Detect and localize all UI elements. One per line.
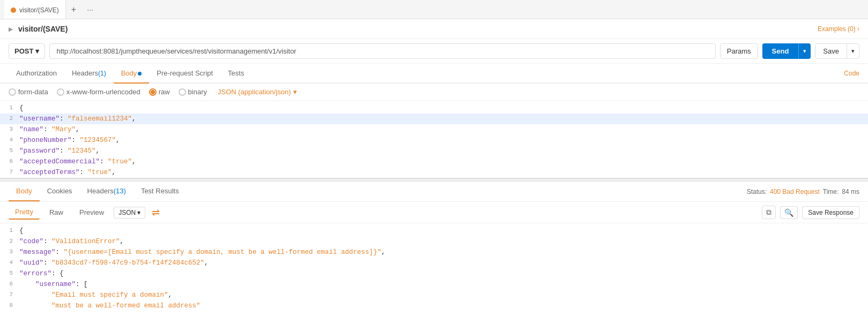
body-dot [138, 72, 142, 76]
resp-tab-testresults[interactable]: Test Results [133, 182, 187, 201]
preview-button[interactable]: Preview [73, 206, 110, 219]
raw-button[interactable]: Raw [43, 206, 70, 219]
body-options: form-data x-www-form-urlencoded raw bina… [0, 84, 868, 101]
raw-option[interactable]: raw [149, 88, 170, 96]
response-actions: ⧉ 🔍 Save Response [762, 206, 859, 219]
add-tab-button[interactable]: + [66, 5, 81, 14]
request-tab[interactable]: visitor/(SAVE) [4, 0, 66, 19]
time-value: 84 ms [842, 188, 859, 195]
binary-option[interactable]: binary [179, 88, 207, 96]
resp-line-6: 6 "username": [ [0, 279, 868, 290]
wrap-icon[interactable]: ⇌ [152, 207, 160, 219]
search-response-button[interactable]: 🔍 [780, 206, 798, 219]
resp-line-3: 3 "message": "{username=[Email must spec… [0, 247, 868, 258]
request-title: ▶ visitor/(SAVE) [9, 25, 68, 33]
params-button[interactable]: Params [720, 43, 758, 59]
url-input[interactable] [49, 43, 715, 59]
send-button[interactable]: Send [762, 43, 799, 59]
save-dropdown-button[interactable]: ▾ [847, 44, 859, 58]
form-data-label: form-data [18, 88, 48, 96]
request-body-editor[interactable]: 1 { 2 "username": "falseemail1234", 3 "n… [0, 101, 868, 178]
collapse-arrow-icon[interactable]: ▶ [9, 26, 13, 32]
examples-link[interactable]: Examples (0) › [818, 25, 859, 33]
json-chevron-icon: ▾ [293, 88, 297, 96]
resp-line-8: 8 "must be a well-formed email address" [0, 300, 868, 309]
code-link[interactable]: Code [844, 64, 859, 82]
resp-headers-label: Headers [87, 187, 114, 195]
req-line-4: 4 "phoneNumber": "1234567", [0, 135, 868, 146]
form-data-radio[interactable] [9, 88, 16, 96]
url-bar: POST ▾ Params Send ▾ Save ▾ [0, 39, 868, 64]
save-response-button[interactable]: Save Response [802, 206, 859, 219]
response-header: Body Cookies Headers(13) Test Results St… [0, 182, 868, 202]
pretty-button[interactable]: Pretty [9, 205, 40, 220]
response-meta: Status: 400 Bad Request Time: 84 ms [747, 188, 859, 195]
req-line-2: 2 "username": "falseemail1234", [0, 114, 868, 124]
urlencoded-radio[interactable] [57, 88, 64, 96]
tab-label: visitor/(SAVE) [19, 6, 59, 14]
binary-radio[interactable] [179, 88, 186, 96]
request-header: ▶ visitor/(SAVE) Examples (0) › [0, 19, 868, 39]
raw-label: raw [159, 88, 170, 96]
method-chevron-icon: ▾ [35, 47, 39, 55]
method-select[interactable]: POST ▾ [9, 43, 45, 59]
json-format-label: JSON [118, 209, 136, 216]
headers-label: Headers [72, 69, 98, 77]
response-body-viewer: 1 { 2 "code": "ValidationError", 3 "mess… [0, 223, 868, 309]
resp-line-7: 7 "Email must specify a domain", [0, 290, 868, 300]
resp-tab-headers[interactable]: Headers(13) [80, 182, 133, 201]
method-label: POST [14, 47, 33, 55]
tab-headers[interactable]: Headers(1) [64, 64, 114, 84]
tab-dot [11, 7, 16, 13]
body-label: Body [121, 69, 137, 77]
form-data-option[interactable]: form-data [9, 88, 48, 96]
request-tabs: Authorization Headers(1) Body Pre-reques… [0, 64, 868, 84]
resp-line-4: 4 "uuid": "b8343cd7-f598-47c9-b754-f14f2… [0, 258, 868, 268]
json-format-chevron-icon: ▾ [137, 209, 140, 216]
resp-line-5: 5 "errors": { [0, 268, 868, 279]
tab-bar: visitor/(SAVE) + ··· [0, 0, 868, 19]
tab-authorization[interactable]: Authorization [9, 64, 64, 84]
more-tabs-button[interactable]: ··· [81, 5, 99, 14]
tab-tests[interactable]: Tests [220, 64, 251, 84]
response-toolbar: Pretty Raw Preview JSON ▾ ⇌ ⧉ 🔍 Save Res… [0, 202, 868, 223]
raw-radio[interactable] [149, 88, 157, 96]
send-button-group: Send ▾ [762, 43, 811, 59]
send-dropdown-button[interactable]: ▾ [798, 43, 811, 59]
req-line-6: 6 "acceptedCommercial": "true", [0, 156, 868, 167]
resp-tab-body[interactable]: Body [9, 182, 40, 201]
resp-tab-cookies[interactable]: Cookies [40, 182, 80, 201]
urlencoded-label: x-www-form-urlencoded [66, 88, 140, 96]
status-value: 400 Bad Request [770, 188, 820, 195]
status-label: Status: [747, 188, 767, 195]
resp-line-1: 1 { [0, 225, 868, 236]
resp-headers-badge: (13) [114, 187, 126, 195]
save-button[interactable]: Save [815, 44, 847, 58]
headers-badge: (1) [98, 70, 106, 77]
binary-label: binary [188, 88, 207, 96]
req-line-1: 1 { [0, 103, 868, 114]
req-line-5: 5 "password": "12345", [0, 146, 868, 156]
tab-prerequest[interactable]: Pre-request Script [149, 64, 220, 84]
req-line-7: 7 "acceptedTerms": "true", [0, 167, 868, 178]
json-type-select[interactable]: JSON (application/json) ▾ [218, 88, 297, 96]
urlencoded-option[interactable]: x-www-form-urlencoded [57, 88, 140, 96]
json-format-select[interactable]: JSON ▾ [114, 207, 145, 219]
tab-body[interactable]: Body [114, 64, 150, 84]
save-button-group: Save ▾ [815, 43, 859, 59]
time-label: Time: [823, 188, 839, 195]
resp-line-2: 2 "code": "ValidationError", [0, 236, 868, 247]
request-name: visitor/(SAVE) [18, 25, 68, 33]
copy-response-button[interactable]: ⧉ [762, 206, 776, 219]
json-type-label: JSON (application/json) [218, 88, 291, 96]
req-line-3: 3 "name": "Mary", [0, 124, 868, 135]
